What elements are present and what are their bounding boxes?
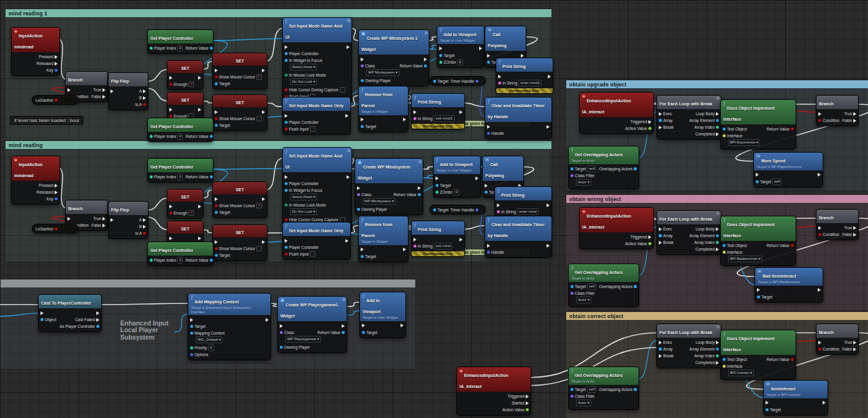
out-pin[interactable]: B	[139, 94, 146, 101]
node-header[interactable]: ƒSet Input Mode Game And UI⧉	[283, 18, 351, 42]
in-pin[interactable]	[67, 86, 71, 93]
enum-pin-icon[interactable]	[285, 203, 288, 207]
in-pin[interactable]: Condition	[818, 231, 839, 238]
in-pin[interactable]	[757, 287, 760, 294]
in-pin[interactable]	[436, 175, 439, 182]
obj-pin-icon[interactable]	[433, 208, 436, 211]
node-header[interactable]: Branch	[66, 200, 107, 214]
in-pin[interactable]: Targetself	[570, 283, 596, 290]
in-pin[interactable]: In Widget to Focus	[285, 187, 322, 194]
in-pin[interactable]: Interface	[723, 249, 742, 256]
node-header[interactable]: SET	[167, 221, 203, 234]
obj-pin-icon[interactable]	[361, 255, 364, 258]
node-rfp1[interactable]: ƒRemove from ParentTarget is WidgetTarge…	[358, 86, 409, 132]
out-pin[interactable]: False	[842, 117, 856, 124]
out-pin[interactable]: Return Value	[185, 257, 212, 264]
node-header[interactable]: ◆InputAction mindread	[12, 28, 60, 52]
out-pin[interactable]: Started	[512, 400, 529, 406]
bool-pin-icon[interactable]	[169, 83, 172, 86]
bool-pin-icon[interactable]	[55, 227, 58, 230]
in-pin[interactable]: Mapping Context	[190, 330, 225, 336]
exec-pin-icon[interactable]	[485, 184, 488, 188]
in-pin[interactable]: Array	[659, 346, 673, 352]
checkbox[interactable]	[256, 246, 262, 251]
obj-pin-icon[interactable]	[285, 59, 288, 62]
bool-pin-icon[interactable]	[818, 233, 821, 236]
exec-pin-icon[interactable]	[266, 318, 269, 322]
node-cit2[interactable]: ƒClear and Invalidate Timer by HandleHan…	[485, 216, 552, 258]
node-header[interactable]: ƒPrint String	[412, 221, 464, 235]
exec-pin-icon[interactable]	[102, 217, 106, 221]
exec-pin-icon[interactable]	[215, 110, 218, 114]
exec-pin-icon[interactable]	[198, 205, 201, 208]
node-cw3[interactable]: ▣Create WP Playergamew1 Widget⧉ClassRetu…	[277, 296, 347, 353]
obj-pin-icon[interactable]	[285, 189, 288, 192]
obj-pin-icon[interactable]	[285, 246, 288, 249]
node-doiU[interactable]: ƒDoes Object Implement InterfaceTest Obj…	[720, 99, 796, 150]
exec-pin-icon[interactable]	[716, 132, 719, 136]
node-eiaW[interactable]: ◆EnhancedInputAction IA_interactTriggere…	[579, 207, 654, 249]
int-pin-icon[interactable]	[716, 241, 719, 244]
out-pin[interactable]	[818, 172, 821, 178]
out-pin[interactable]	[347, 44, 350, 50]
dropdown[interactable]: Actor ▾	[576, 179, 591, 186]
bool-pin-icon[interactable]	[285, 127, 288, 131]
exec-pin-icon[interactable]	[497, 203, 500, 207]
obj-pin-icon[interactable]	[570, 388, 574, 391]
exec-pin-icon[interactable]	[55, 184, 58, 188]
in-pin[interactable]: Condition	[818, 117, 839, 124]
int-pin-icon[interactable]	[150, 259, 153, 262]
in-pin[interactable]: Player Index0	[150, 133, 183, 140]
node-header[interactable]: For Each Loop with Break↻	[657, 211, 721, 224]
out-pin[interactable]: Triggered	[507, 393, 529, 400]
exec-pin-icon[interactable]	[766, 401, 769, 405]
obj-pin-icon[interactable]	[342, 331, 345, 334]
node-header[interactable]: For Each Loop with Break↻	[657, 96, 721, 109]
exec-pin-icon[interactable]	[479, 47, 482, 50]
in-pin[interactable]	[169, 235, 172, 241]
out-pin[interactable]: Return Value	[767, 242, 794, 249]
array-pin-icon[interactable]	[634, 388, 637, 391]
node-rfp2[interactable]: ƒRemove from ParentTarget is WidgetTarge…	[358, 216, 409, 262]
in-pin[interactable]	[818, 110, 821, 117]
in-pin[interactable]: Test Object	[723, 126, 747, 132]
node-header[interactable]: Branch	[816, 210, 858, 223]
exec-pin-icon[interactable]	[143, 89, 146, 93]
exec-pin-icon[interactable]	[436, 177, 439, 180]
exec-pin-icon[interactable]	[143, 96, 146, 100]
struct-pin-icon[interactable]	[475, 80, 478, 83]
in-pin[interactable]: ZOrder0	[436, 189, 459, 196]
exec-pin-icon[interactable]	[818, 288, 821, 292]
in-pin[interactable]: Show Mouse Cursor✓	[215, 202, 262, 209]
out-pin[interactable]: Loop Body	[696, 339, 719, 346]
obj-pin-icon[interactable]	[757, 295, 760, 298]
exec-pin-icon[interactable]	[110, 218, 113, 222]
node-ui1[interactable]: ƒSet Input Mode Game And UI⧉Player Contr…	[282, 17, 352, 102]
node-header[interactable]: ƒDoes Object Implement Interface	[721, 100, 796, 124]
node-header[interactable]: Branch	[816, 96, 858, 109]
exec-pin-icon[interactable]	[526, 395, 529, 398]
value-field[interactable]: 0	[458, 59, 463, 66]
out-pin[interactable]: Overlapping Actors	[599, 283, 637, 290]
obj-pin-icon[interactable]	[285, 52, 288, 55]
obj-pin-icon[interactable]	[361, 79, 364, 82]
exec-pin-icon[interactable]	[547, 244, 550, 248]
node-eiaC[interactable]: ◆EnhancedInputAction IA_interactTriggere…	[456, 367, 531, 416]
out-pin[interactable]: Action Value	[625, 240, 651, 247]
out-pin[interactable]	[198, 235, 201, 241]
exec-pin-icon[interactable]	[347, 175, 350, 179]
out-pin[interactable]	[479, 45, 482, 52]
out-pin[interactable]: A	[139, 216, 146, 223]
node-header[interactable]: ƒRemove from ParentTarget is Widget	[359, 216, 408, 245]
bool-pin-icon[interactable]	[215, 117, 218, 120]
obj-pin-icon[interactable]	[285, 182, 288, 185]
node-th1[interactable]: TargetTimer Handle	[429, 76, 486, 86]
node-se1a[interactable]: SETEnough✓	[167, 60, 204, 90]
node-ui2[interactable]: ƒSet Input Mode Game And UI⧉Player Contr…	[282, 147, 352, 232]
out-pin[interactable]: Array Element	[689, 232, 719, 239]
in-pin[interactable]	[487, 123, 490, 130]
node-header[interactable]: ✉ItemInteractTarget is BPI Interact	[764, 381, 828, 398]
exec-pin-icon[interactable]	[487, 244, 490, 248]
exec-pin-icon[interactable]	[198, 237, 201, 240]
in-pin[interactable]: Break	[659, 124, 674, 131]
